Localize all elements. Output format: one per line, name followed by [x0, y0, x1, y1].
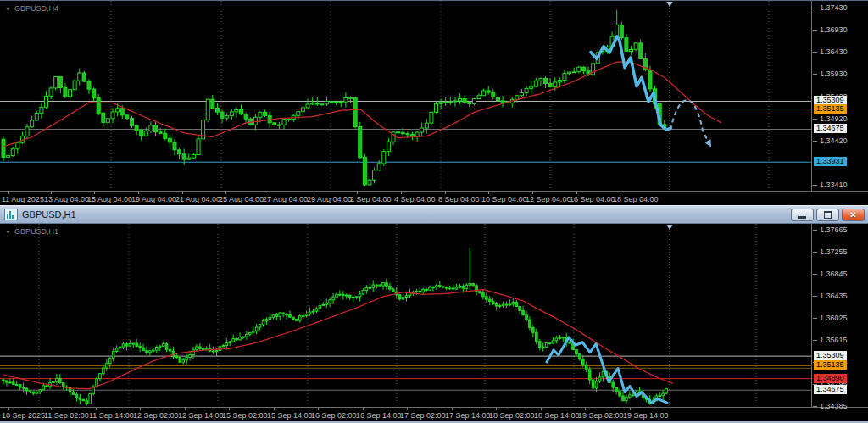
time-tick-label: 4 Sep 04:00: [394, 195, 436, 203]
time-tick-label: 18 Sep 04:00: [613, 195, 659, 203]
chart-symbol-label-h1: ▼ GBPUSD,H1: [5, 227, 58, 236]
close-button[interactable]: ✕: [842, 209, 865, 221]
chart-shift-marker: [666, 2, 673, 7]
trend-zigzag-drawing: [547, 337, 667, 404]
price-marker-badge: 1.34675: [814, 124, 847, 133]
minimize-button[interactable]: [791, 209, 814, 221]
time-tick-label: 15 Sep 02:00: [222, 411, 268, 420]
symbol-timeframe-text: GBPUSD,H1: [14, 227, 58, 236]
h4-price-chart-plot[interactable]: [0, 1, 811, 191]
trading-platform-workspace: ▼ GBPUSD,H4 1.374301.369301.364301.35930…: [0, 0, 868, 423]
time-tick-label: 10 Sep 04:00: [481, 195, 527, 203]
time-tick-label: 18 Sep 02:00: [489, 411, 535, 420]
time-tick-label: 15 Aug 04:00: [87, 195, 132, 203]
moving-average-line: [3, 290, 673, 389]
time-tick-label: 2 Sep 04:00: [350, 195, 392, 203]
time-tick-label: 11 Sep 14:00: [89, 411, 134, 420]
window-title: GBPUSD,H1: [22, 209, 76, 220]
price-marker-badge: 1.35135: [814, 104, 847, 114]
price-tick: 1.37665: [820, 225, 848, 234]
price-marker-badge: 1.33931: [814, 157, 847, 166]
time-tick-label: 12 Sep 04:00: [526, 195, 571, 203]
chart-window-h4: ▼ GBPUSD,H4 1.374301.369301.364301.35930…: [0, 1, 868, 205]
price-tick: 1.36435: [820, 292, 848, 300]
price-marker-badge: 1.35309: [814, 351, 847, 360]
time-tick-label: 27 Aug 04:00: [263, 195, 308, 203]
price-tick: 1.36430: [820, 47, 848, 56]
time-tick-label: 18 Sep 14:00: [534, 411, 580, 420]
h1-price-chart-plot[interactable]: [0, 224, 811, 407]
time-tick-label: 11 Sep 02:00: [44, 411, 89, 420]
h1-price-axis[interactable]: 1.376651.372551.368451.364351.360251.356…: [811, 224, 868, 407]
h4-price-axis[interactable]: 1.374301.369301.364301.359301.354201.349…: [811, 1, 868, 191]
chart-symbol-label-h4: ▼ GBPUSD,H4: [5, 4, 58, 13]
time-tick-label: 19 Aug 04:00: [131, 195, 176, 203]
time-tick-label: 16 Sep 02:00: [311, 411, 357, 420]
price-tick: 1.35930: [820, 70, 848, 78]
time-tick-label: 29 Aug 04:00: [307, 195, 352, 203]
price-marker-badge: 1.34890: [814, 374, 847, 383]
time-tick-label: 15 Sep 14:00: [267, 411, 313, 420]
time-tick-label: 16 Sep 14:00: [356, 411, 402, 420]
restore-icon: [824, 211, 832, 219]
price-tick: 1.37255: [820, 248, 848, 256]
price-marker-badge: 1.35135: [814, 360, 847, 370]
chart-window-icon: [4, 209, 18, 220]
time-tick-label: 10 Sep 2025: [2, 411, 45, 420]
time-tick-label: 21 Aug 04:00: [175, 195, 220, 203]
close-icon: ✕: [849, 211, 856, 220]
minimize-icon: [798, 216, 806, 219]
time-tick-label: 12 Sep 02:00: [133, 411, 179, 420]
chevron-down-icon[interactable]: ▼: [5, 6, 11, 12]
price-tick: 1.36930: [820, 25, 848, 34]
time-tick-label: 17 Sep 14:00: [445, 411, 491, 420]
h1-window-titlebar[interactable]: GBPUSD,H1 ✕: [0, 205, 868, 224]
h1-time-axis[interactable]: 10 Sep 202511 Sep 02:0011 Sep 14:0012 Se…: [0, 407, 868, 422]
price-tick: 1.34420: [820, 136, 848, 145]
restore-button[interactable]: [816, 209, 839, 221]
time-tick-label: 17 Sep 02:00: [400, 411, 446, 420]
time-tick-label: 11 Aug 2025: [2, 195, 44, 203]
time-tick-label: 19 Sep 14:00: [623, 411, 669, 420]
symbol-timeframe-text: GBPUSD,H4: [14, 4, 58, 13]
price-tick: 1.33410: [820, 181, 848, 189]
time-tick-label: 19 Sep 02:00: [578, 411, 624, 420]
price-tick: 1.34920: [820, 114, 848, 123]
moving-average-line: [3, 62, 721, 147]
price-tick: 1.37430: [820, 3, 848, 12]
forecast-arrow-path: [670, 100, 711, 147]
chart-window-h1: ▼ GBPUSD,H1 1.376651.372551.368451.36435…: [0, 224, 868, 421]
time-tick-label: 25 Aug 04:00: [219, 195, 264, 203]
chevron-down-icon[interactable]: ▼: [5, 229, 11, 235]
time-tick-label: 16 Sep 04:00: [570, 195, 615, 203]
price-tick: 1.34385: [820, 402, 848, 410]
time-tick-label: 12 Sep 14:00: [178, 411, 224, 420]
time-tick-label: 8 Sep 04:00: [438, 195, 480, 203]
price-marker-badge: 1.34675: [814, 385, 847, 394]
h4-time-axis[interactable]: 11 Aug 202513 Aug 04:0015 Aug 04:0019 Au…: [0, 191, 868, 206]
chart-shift-marker: [666, 225, 673, 230]
forecast-arrowhead: [704, 139, 711, 147]
time-tick-label: 13 Aug 04:00: [44, 195, 89, 203]
price-tick: 1.36025: [820, 314, 848, 322]
price-tick: 1.35615: [820, 336, 848, 344]
price-tick: 1.36845: [820, 270, 848, 278]
